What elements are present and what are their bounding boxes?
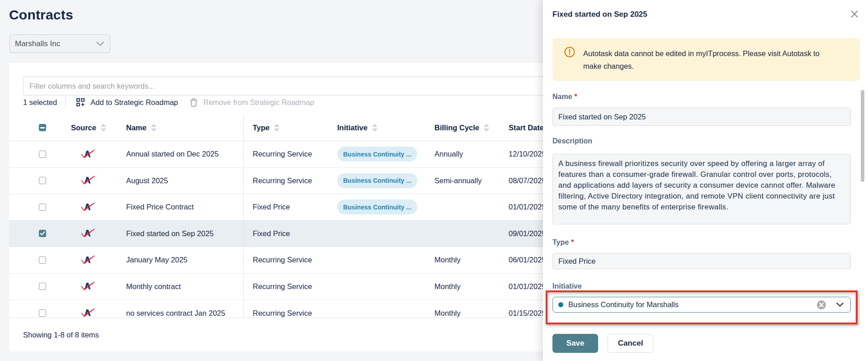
row-checkbox[interactable] (39, 230, 46, 237)
close-icon[interactable] (849, 9, 860, 19)
type-field[interactable] (552, 253, 851, 269)
contract-name: Monthly contract (126, 274, 181, 300)
autotask-logo-icon (72, 221, 103, 247)
select-all-checkbox[interactable] (39, 124, 46, 131)
contract-name: Fixed Price Contract (126, 194, 193, 220)
description-label: Description (552, 137, 592, 145)
warning-icon (564, 47, 575, 59)
contract-details-drawer: Fixed started on Sep 2025 Autotask data … (543, 0, 868, 361)
contract-name: no services contract Jan 2025 (126, 300, 225, 318)
description-field[interactable]: A business firewall prioritizes security… (552, 154, 851, 224)
drawer-title: Fixed started on Sep 2025 (552, 10, 647, 19)
column-header-label: Name (126, 124, 146, 132)
add-to-roadmap-label: Add to Strategic Roadmap (90, 98, 178, 107)
contract-type: Fixed Price (253, 221, 290, 247)
clear-icon[interactable] (816, 300, 826, 310)
contract-billing-cycle: Annually (434, 141, 463, 167)
selected-count: 1 selected (23, 98, 57, 107)
row-checkbox[interactable] (39, 151, 46, 158)
sort-icon (274, 124, 280, 132)
sort-icon (100, 124, 107, 132)
contract-billing-cycle: Monthly (434, 300, 461, 318)
row-checkbox[interactable] (39, 177, 46, 184)
type-label: Type* (552, 238, 574, 247)
contract-type: Recurring Service (253, 141, 312, 167)
pagination-summary: Showing 1-8 of 8 items (23, 331, 99, 339)
initiative-color-dot (558, 302, 563, 307)
sort-icon (483, 124, 490, 132)
add-to-roadmap-button[interactable]: Add to Strategic Roadmap (76, 98, 178, 107)
initiative-select[interactable]: Business Continuity for Marshalls (552, 297, 851, 313)
field-label-text: Description (552, 137, 592, 145)
contract-billing-cycle: Semi-annually (434, 168, 482, 194)
contract-start-date: 01/01/2025 (509, 274, 546, 300)
contract-start-date: 01/01/2025 (509, 194, 546, 220)
column-header-label: Start Date (509, 124, 544, 132)
initiative-value: Business Continuity for Marshalls (568, 300, 816, 309)
autotask-logo-icon (72, 274, 103, 300)
contract-start-date: 08/07/2025 (509, 168, 546, 194)
column-header-label: Type (253, 124, 269, 132)
row-checkbox-cell (39, 221, 46, 247)
contracts-page: Contracts Marshalls Inc 1 selected Ad (0, 0, 868, 361)
chevron-down-icon (96, 42, 104, 46)
company-select[interactable]: Marshalls Inc (9, 34, 110, 53)
column-header-source[interactable]: Source (71, 114, 107, 141)
contract-billing-cycle: Monthly (434, 247, 461, 273)
table-toolbar: 1 selected Add to Strategic Roadmap (23, 94, 314, 111)
contract-name: Annual started on Dec 2025 (126, 141, 219, 167)
column-header-label: Initiative (337, 124, 368, 132)
row-checkbox[interactable] (39, 283, 46, 290)
name-label: Name* (552, 93, 577, 101)
save-button[interactable]: Save (552, 334, 598, 353)
toolbar-divider (65, 96, 66, 108)
autotask-logo-icon (72, 168, 103, 194)
row-checkbox[interactable] (39, 204, 46, 211)
contract-start-date: 09/01/2025 (509, 221, 546, 247)
drawer-scrollbar-thumb[interactable] (861, 90, 864, 182)
fixed-column-divider (243, 114, 244, 318)
row-checkbox-cell (39, 194, 46, 220)
row-checkbox[interactable] (39, 256, 46, 264)
autotask-logo-icon (72, 141, 103, 167)
sort-icon (151, 124, 157, 132)
row-checkbox[interactable] (39, 309, 46, 317)
initiative-chip: Business Continuity ... (337, 147, 417, 162)
column-header-initiative[interactable]: Initiative (337, 114, 378, 141)
contract-name: Fixed started on Sep 2025 (126, 221, 214, 247)
chevron-down-icon[interactable] (836, 303, 844, 307)
remove-from-roadmap-label: Remove from Strategic Roadmap (203, 98, 314, 107)
contract-billing-cycle: Monthly (434, 274, 461, 300)
contract-type: Recurring Service (253, 247, 312, 273)
field-label-text: Initiative (552, 282, 582, 290)
warning-text: Autotask data cannot be edited in myITpr… (583, 47, 833, 72)
sort-arrows (100, 124, 107, 132)
remove-from-roadmap-button[interactable]: Remove from Strategic Roadmap (190, 98, 314, 107)
column-header-label: Source (71, 124, 96, 132)
row-checkbox-cell (39, 168, 46, 194)
header-checkbox-cell (39, 114, 46, 141)
contract-initiative: Business Continuity ... (337, 168, 417, 194)
column-header-type[interactable]: Type (253, 114, 280, 141)
contract-initiative: Business Continuity ... (337, 141, 417, 167)
sort-arrows (151, 124, 157, 132)
name-field[interactable] (552, 108, 851, 126)
drawer-actions: Save Cancel (552, 334, 653, 353)
cancel-button[interactable]: Cancel (608, 334, 653, 353)
check-icon (40, 231, 45, 236)
sort-arrows (274, 124, 280, 132)
row-checkbox-cell (39, 274, 46, 300)
contract-type: Recurring Service (253, 168, 312, 194)
column-header-name[interactable]: Name (126, 114, 157, 141)
contract-type: Recurring Service (253, 274, 312, 300)
field-label-text: Name (552, 93, 572, 100)
sort-arrows (372, 124, 378, 132)
row-checkbox-cell (39, 141, 46, 167)
contract-type: Recurring Service (253, 300, 312, 318)
contract-start-date: 06/01/2025 (509, 247, 546, 273)
trash-icon (190, 98, 198, 107)
company-select-value: Marshalls Inc (15, 39, 96, 48)
sort-arrows (483, 124, 490, 132)
column-header-billing-cycle[interactable]: Billing Cycle (434, 114, 490, 141)
contract-name: January May 2025 (126, 247, 188, 273)
